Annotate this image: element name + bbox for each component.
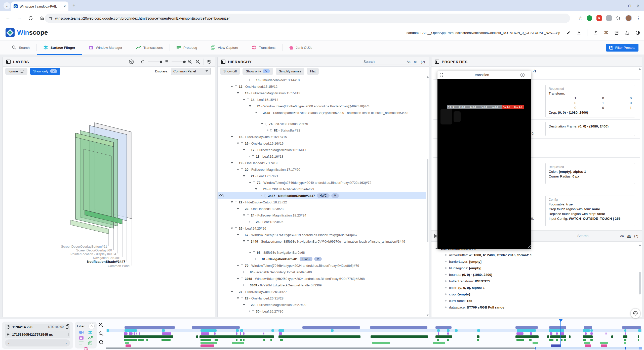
trace-entry-segment[interactable] (515, 335, 539, 338)
collapse-panel-icon[interactable] (221, 60, 225, 64)
edit-pencil-icon[interactable] (566, 31, 571, 35)
transition-overlay-window[interactable]: transition i _ P: 0 / 1dX: 0.0dY: 0.0Xv:… (437, 71, 531, 249)
hierarchy-node-13[interactable]: 13 - FullscreenMagnification:15:15#13 (218, 90, 426, 96)
download-icon[interactable] (577, 30, 581, 35)
collapse-filter-button[interactable] (89, 323, 95, 329)
trace-entry-segment[interactable] (201, 332, 209, 335)
pin-icon[interactable] (252, 310, 254, 313)
trace-entry-segment[interactable] (584, 342, 590, 344)
timeline-zoom-reset-icon[interactable] (99, 340, 104, 345)
hierarchy-node-30[interactable]: 30 - Leaf:26:27#30 (218, 308, 426, 315)
proto-property[interactable]: bufferTransform: IDENTITY (431, 278, 642, 284)
trace-entry-segment[interactable] (455, 329, 458, 332)
trace-entry-segment[interactable] (240, 329, 243, 332)
expand-arrow-icon[interactable] (237, 297, 239, 299)
pin-icon[interactable] (259, 112, 261, 114)
expand-arrow-icon[interactable] (255, 188, 257, 190)
expand-arrow-icon[interactable] (243, 214, 245, 216)
expand-arrow-icon[interactable] (243, 240, 245, 242)
pin-icon[interactable] (252, 79, 254, 81)
timeline-row-view-capture[interactable] (106, 342, 642, 344)
expand-arrow-icon[interactable] (231, 162, 233, 164)
hierarchy-node-15[interactable]: 15 - HideDisplayCutout:16:16#15 (218, 134, 426, 140)
collapse-panel-icon[interactable] (6, 60, 11, 64)
trace-entry-segment[interactable] (590, 339, 593, 341)
zoom-window-handle[interactable] (535, 347, 536, 349)
pin-icon[interactable] (235, 136, 237, 138)
timeline-row-protolog[interactable] (106, 339, 642, 341)
pin-icon[interactable] (241, 92, 243, 94)
trace-entry-segment[interactable] (549, 339, 553, 341)
hierarchy-node-3368[interactable]: 3368 - WindowToken{f6b2f60 type=2024 and… (218, 275, 426, 282)
pin-icon[interactable] (258, 258, 260, 260)
pin-icon[interactable] (241, 168, 243, 171)
report-bug-icon[interactable] (625, 30, 629, 35)
trace-entry-segment[interactable] (371, 335, 428, 338)
pin-icon[interactable] (241, 208, 243, 210)
view-capture-trace-icon[interactable] (88, 341, 92, 345)
extension-video-icon[interactable] (596, 15, 602, 21)
pin-icon[interactable] (252, 221, 254, 223)
trace-entry-segment[interactable] (236, 329, 239, 332)
trace-entry-segment[interactable] (236, 332, 237, 335)
trace-entry-segment[interactable] (302, 326, 360, 329)
trace-entry-segment[interactable] (433, 342, 445, 344)
expand-arrow-icon[interactable] (237, 92, 239, 94)
expand-arrow-icon[interactable] (237, 234, 239, 236)
trace-entry-segment[interactable] (271, 329, 274, 332)
expand-arrow-icon[interactable] (243, 175, 245, 177)
trace-entry-segment[interactable] (278, 335, 360, 338)
hierarchy-node-67[interactable]: 67 - WindowToken{e5176f9 type=2019 andro… (218, 232, 426, 238)
proto-property[interactable]: currFrame: 155 (431, 297, 642, 304)
pin-icon[interactable] (253, 105, 255, 107)
trace-entry-segment[interactable] (549, 329, 564, 332)
pin-icon[interactable] (253, 182, 255, 184)
trace-entry-segment[interactable] (240, 332, 241, 335)
trace-entry-segment[interactable] (600, 342, 608, 344)
transitions-trace-icon[interactable] (84, 347, 88, 350)
pin-icon[interactable] (241, 234, 243, 236)
match-case-toggle[interactable]: Aa (407, 60, 411, 64)
expand-timeline-button[interactable] (630, 308, 640, 318)
trace-entry-segment[interactable] (477, 335, 479, 338)
tab-window-manager[interactable]: Window Manager (82, 40, 129, 55)
expand-arrow-icon[interactable] (231, 201, 233, 203)
pin-icon[interactable] (235, 162, 237, 164)
pin-icon[interactable] (252, 155, 254, 158)
info-icon[interactable]: i (520, 73, 525, 77)
hierarchy-node-72[interactable]: 72 - WindowToken{a2746de type=2040 andro… (218, 179, 426, 186)
hierarchy-node-10[interactable]: 10 - ImePlaceholder:13:14#10 (218, 77, 426, 83)
show-diff-chip[interactable]: Show diff (220, 68, 240, 75)
hierarchy-node-18[interactable]: 18 - Leaf:16:16#18 (218, 153, 426, 160)
filter-presets-button[interactable]: Filter Presets (606, 44, 638, 52)
expand-arrow-icon[interactable] (237, 265, 239, 266)
trace-entry-segment[interactable] (624, 342, 626, 344)
address-bar[interactable]: winscope.teams.x20web.corp.google.com/pr… (45, 14, 570, 23)
match-word-toggle[interactable]: ab (414, 60, 417, 64)
hierarchy-node-26[interactable]: 26 - Leaf:24:25#26 (218, 225, 426, 232)
flat-chip[interactable]: Flat (307, 68, 319, 75)
scroll-up-arrow[interactable] (639, 68, 641, 70)
pin-icon[interactable] (270, 129, 272, 132)
trace-entry-segment[interactable] (611, 335, 613, 338)
trace-entry-segment[interactable] (280, 339, 283, 341)
trace-entry-segment[interactable] (517, 329, 536, 332)
trace-entry-segment[interactable] (624, 329, 627, 332)
timeline-scrollbar[interactable] (106, 347, 642, 349)
trace-entry-segment[interactable] (625, 332, 626, 335)
proto-property[interactable]: bounds: (0, 0) - (1080, 2400) (431, 271, 642, 278)
match-word-toggle[interactable]: ab (627, 234, 631, 238)
minimize-icon[interactable]: _ (527, 72, 529, 76)
hierarchy-node-74[interactable]: 74 - WindowToken{fdddbe6 type=2000 andro… (218, 103, 426, 109)
hierarchy-node-79[interactable]: 79 - WindowToken{7046b4a type=2024 andro… (218, 262, 426, 269)
pin-icon[interactable] (253, 251, 255, 254)
trace-entry-segment[interactable] (623, 335, 627, 338)
pin-icon[interactable] (241, 142, 243, 145)
trace-entry-segment[interactable] (584, 326, 592, 329)
reload-icon[interactable] (28, 16, 33, 21)
trace-entry-segment[interactable] (564, 339, 566, 341)
proto-property[interactable]: barrierLayer: [empty] (431, 258, 642, 265)
trace-entry-segment[interactable] (569, 335, 571, 338)
trace-entry-segment[interactable] (516, 339, 524, 341)
expand-arrow-icon[interactable] (231, 86, 233, 87)
